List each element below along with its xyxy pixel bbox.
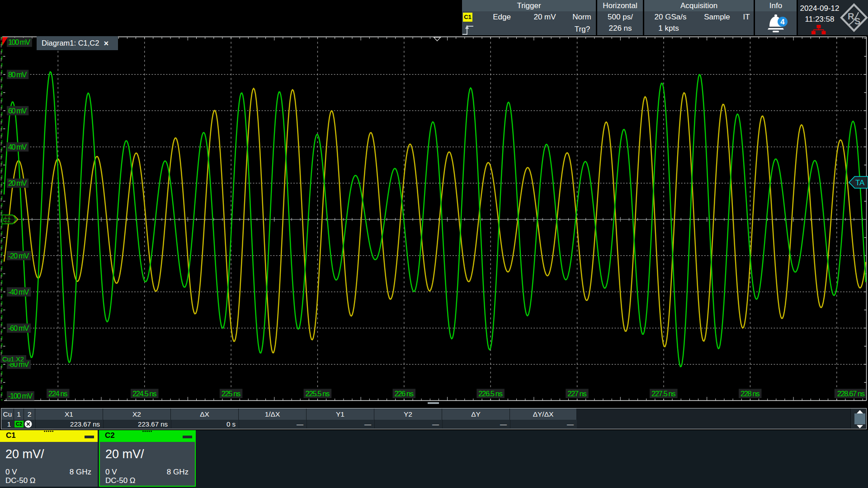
svg-text:-20 mV: -20 mV (8, 252, 29, 260)
svg-text:225.5 ns: 225.5 ns (306, 389, 330, 398)
svg-text:228.67 ns: 228.67 ns (837, 389, 865, 398)
svg-text:225 ns: 225 ns (222, 389, 241, 398)
svg-text:TA: TA (855, 178, 865, 187)
svg-text:226 ns: 226 ns (394, 389, 414, 398)
svg-text:4: 4 (780, 18, 785, 26)
svg-text:R: R (848, 11, 854, 21)
svg-text:-100 mV: -100 mV (8, 392, 33, 400)
svg-text:227 ns: 227 ns (567, 389, 587, 398)
svg-text:-60 mV: -60 mV (8, 324, 29, 332)
svg-text:60 mV: 60 mV (8, 107, 27, 115)
svg-text:Cu1.X2: Cu1.X2 (2, 355, 24, 363)
svg-text:227.5 ns: 227.5 ns (651, 389, 676, 398)
svg-text:C2: C2 (3, 216, 11, 223)
svg-text:100 mV: 100 mV (8, 38, 30, 46)
svg-text:228 ns: 228 ns (741, 389, 760, 398)
svg-text:80 mV: 80 mV (8, 70, 27, 79)
svg-text:20 mV: 20 mV (8, 179, 27, 187)
svg-text:40 mV: 40 mV (8, 143, 27, 151)
svg-text:224.5 ns: 224.5 ns (132, 389, 157, 398)
svg-text:226.5 ns: 226.5 ns (478, 389, 503, 398)
svg-text:-40 mV: -40 mV (8, 288, 29, 296)
svg-text:224 ns: 224 ns (48, 389, 68, 398)
